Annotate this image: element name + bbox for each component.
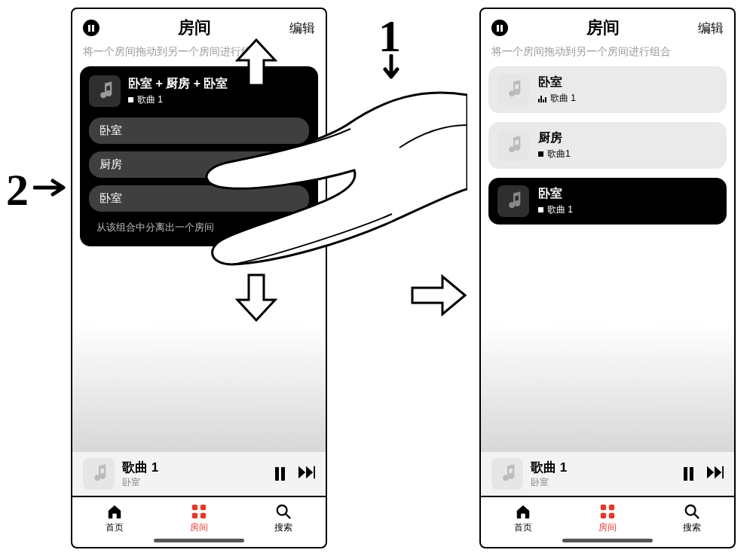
svg-rect-7 [609, 505, 614, 510]
grid-icon [599, 503, 616, 520]
music-note-icon [497, 74, 529, 105]
hint-text: 将一个房间拖动到另一个房间进行组合 [72, 44, 326, 66]
tab-label: 搜索 [683, 521, 701, 534]
music-note-icon [497, 185, 529, 217]
home-icon [515, 503, 531, 520]
now-playing-bar[interactable]: 歌曲 1 卧室 [481, 451, 734, 496]
search-icon [684, 503, 700, 520]
annotation-step-2: 2 [6, 164, 29, 216]
now-playing-bar[interactable]: 歌曲 1 卧室 [72, 451, 326, 496]
playing-bars-icon [538, 95, 546, 102]
tab-label: 首页 [106, 521, 124, 534]
room-pill[interactable]: 卧室 [89, 118, 309, 144]
svg-rect-0 [192, 505, 197, 510]
svg-line-11 [694, 514, 699, 518]
room-group-card[interactable]: 卧室 + 厨房 + 卧室 歌曲 1 卧室 厨房 卧室 从该组合中分离出一个房间 [80, 66, 318, 246]
room-title: 卧室 [538, 75, 576, 90]
gesture-arrow-down-icon [234, 271, 279, 327]
next-track-button[interactable] [707, 466, 724, 482]
group-subtitle: 歌曲 1 [128, 93, 228, 106]
svg-line-5 [286, 514, 290, 518]
tab-bar: 首页 房间 搜索 [72, 496, 326, 537]
edit-button[interactable]: 编辑 [698, 20, 724, 37]
group-title: 卧室 + 厨房 + 卧室 [128, 76, 228, 92]
phone-right: 房间 编辑 将一个房间拖动到另一个房间进行组合 卧室 歌曲 1 厨房 [479, 8, 736, 548]
room-subtitle: 歌曲 1 [538, 92, 576, 105]
grid-icon [191, 503, 207, 520]
room-row[interactable]: 厨房 歌曲1 [488, 122, 727, 169]
now-playing-subtitle: 卧室 [531, 476, 567, 489]
home-indicator [562, 539, 653, 542]
music-note-icon [89, 75, 121, 107]
header: 房间 编辑 [481, 9, 734, 44]
gesture-arrow-right-icon [409, 273, 469, 321]
music-note-icon [491, 458, 523, 490]
room-row[interactable]: 卧室 歌曲 1 [488, 66, 727, 113]
now-playing-subtitle: 卧室 [122, 476, 158, 489]
status-dot-icon [538, 151, 543, 157]
svg-point-10 [686, 506, 696, 515]
tab-label: 搜索 [274, 521, 292, 534]
tab-label: 首页 [514, 521, 532, 534]
search-icon [275, 503, 292, 520]
next-track-button[interactable] [298, 466, 315, 482]
content-area: 卧室 + 厨房 + 卧室 歌曲 1 卧室 厨房 卧室 从该组合中分离出一个房间 [72, 66, 326, 451]
pause-icon[interactable] [83, 20, 99, 36]
tab-home[interactable]: 首页 [514, 503, 532, 534]
home-icon [106, 503, 123, 520]
group-footer-hint: 从该组合中分离出一个房间 [89, 219, 309, 234]
now-playing-title: 歌曲 1 [531, 459, 567, 476]
header: 房间 编辑 [72, 9, 326, 44]
svg-rect-2 [192, 513, 197, 518]
home-indicator [154, 539, 244, 542]
pause-icon[interactable] [491, 20, 508, 36]
status-dot-icon [128, 97, 133, 102]
room-subtitle: 歌曲 1 [538, 203, 573, 216]
arrow-right-icon [33, 176, 68, 199]
tab-label: 房间 [598, 521, 617, 534]
tab-rooms[interactable]: 房间 [598, 503, 617, 534]
svg-rect-1 [200, 505, 206, 510]
tab-bar: 首页 房间 搜索 [481, 496, 734, 537]
svg-rect-9 [609, 513, 614, 518]
tab-label: 房间 [190, 521, 208, 534]
hint-text: 将一个房间拖动到另一个房间进行组合 [481, 44, 734, 66]
svg-rect-6 [601, 505, 606, 510]
arrow-down-icon [381, 54, 402, 83]
now-playing-title: 歌曲 1 [122, 459, 158, 476]
status-dot-icon [538, 207, 543, 212]
music-note-icon [83, 458, 115, 490]
room-pill[interactable]: 卧室 [89, 185, 309, 212]
room-pill[interactable]: 厨房 [89, 151, 309, 178]
room-title: 卧室 [538, 186, 573, 202]
tab-rooms[interactable]: 房间 [190, 503, 208, 534]
tab-search[interactable]: 搜索 [274, 503, 292, 534]
tab-search[interactable]: 搜索 [683, 503, 701, 534]
content-area: 卧室 歌曲 1 厨房 歌曲1 [481, 66, 734, 451]
pause-button[interactable] [275, 467, 285, 481]
svg-rect-8 [601, 513, 606, 518]
room-row[interactable]: 卧室 歌曲 1 [488, 178, 727, 225]
edit-button[interactable]: 编辑 [289, 20, 315, 37]
gesture-arrow-up-icon [234, 36, 279, 92]
tab-home[interactable]: 首页 [106, 503, 124, 534]
music-note-icon [497, 130, 529, 161]
phone-left: 房间 编辑 将一个房间拖动到另一个房间进行组合 卧室 + 厨房 + 卧室 歌曲 … [71, 8, 327, 548]
svg-point-4 [277, 506, 287, 515]
room-subtitle: 歌曲1 [538, 148, 571, 160]
page-title: 房间 [508, 17, 698, 39]
svg-rect-3 [200, 513, 206, 518]
pause-button[interactable] [684, 467, 693, 481]
room-title: 厨房 [538, 130, 571, 146]
